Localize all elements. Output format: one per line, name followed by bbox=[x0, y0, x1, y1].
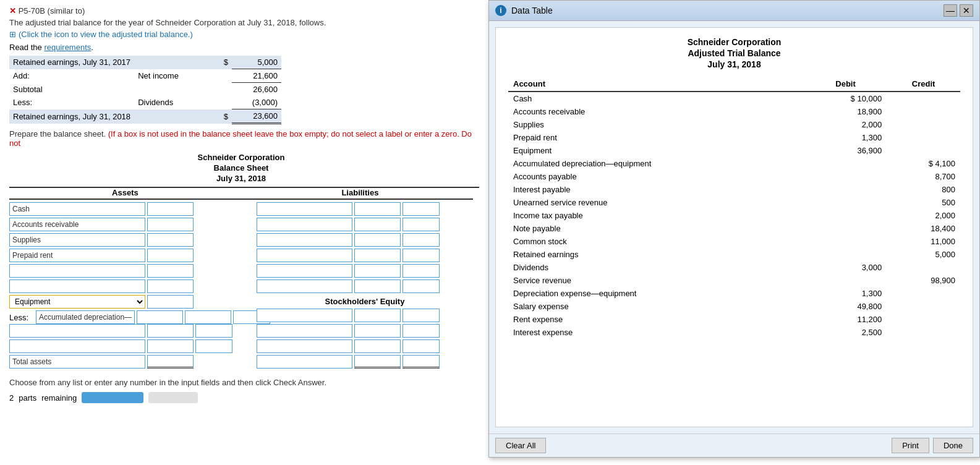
equipment-dropdown[interactable]: Equipment bbox=[9, 295, 145, 309]
blank1-amount[interactable] bbox=[147, 324, 194, 338]
blank1-label[interactable] bbox=[9, 324, 145, 338]
acc-dep-label-input[interactable] bbox=[36, 310, 135, 324]
liab-row6 bbox=[257, 279, 473, 293]
account-name-cell: Depreciation expense—equipment bbox=[508, 287, 804, 300]
debit-cell: 36,900 bbox=[804, 144, 887, 157]
done-button[interactable]: Done bbox=[933, 438, 973, 453]
prepaid-label-input[interactable] bbox=[9, 249, 145, 262]
liab6-amount2[interactable] bbox=[403, 279, 440, 293]
table-row: Rent expense11,200 bbox=[508, 313, 960, 326]
debit-cell bbox=[804, 157, 887, 170]
asset-row-ar bbox=[9, 218, 250, 231]
liab4-amount1[interactable] bbox=[354, 249, 401, 262]
blank2-amount[interactable] bbox=[147, 339, 194, 353]
liab4-label[interactable] bbox=[257, 249, 352, 262]
account-name-cell: Interest expense bbox=[508, 326, 804, 339]
close-button[interactable]: ✕ bbox=[960, 4, 973, 17]
equity-row3 bbox=[257, 339, 473, 353]
liab6-amount1[interactable] bbox=[354, 279, 401, 293]
equity1-amount1[interactable] bbox=[354, 309, 401, 322]
account-name-cell: Income tax payable bbox=[508, 209, 804, 222]
parts-number: 2 bbox=[9, 393, 14, 403]
liab1-amount2[interactable] bbox=[403, 202, 440, 216]
equipment-amount-input[interactable] bbox=[147, 295, 194, 309]
liab6-label[interactable] bbox=[257, 279, 352, 293]
parts-label: parts bbox=[19, 393, 36, 403]
equity2-amount2[interactable] bbox=[403, 324, 440, 338]
equity3-amount2[interactable] bbox=[403, 339, 440, 353]
liab5-label[interactable] bbox=[257, 264, 352, 278]
equity-row1 bbox=[257, 309, 473, 322]
cash-label-input[interactable] bbox=[9, 202, 145, 216]
equity2-amount1[interactable] bbox=[354, 324, 401, 338]
retained-end-label: Retained earnings, July 31, 2018 bbox=[9, 109, 134, 124]
credit-header: Credit bbox=[887, 77, 960, 92]
account-name-cell: Equipment bbox=[508, 144, 804, 157]
liabilities-header: Liabilities bbox=[247, 188, 473, 197]
debit-header: Debit bbox=[804, 77, 887, 92]
liab4-amount2[interactable] bbox=[403, 249, 440, 262]
acc-dep-amount1-input[interactable] bbox=[137, 310, 183, 324]
liab1-label[interactable] bbox=[257, 202, 352, 216]
empty1-amount-input[interactable] bbox=[147, 264, 194, 278]
table-row: Prepaid rent1,300 bbox=[508, 131, 960, 144]
minimize-button[interactable]: — bbox=[944, 4, 957, 17]
trial-balance-link[interactable]: ⊞ (Click the icon to view the adjusted t… bbox=[9, 30, 193, 39]
intro-text: The adjusted trial balance for the year … bbox=[9, 18, 473, 27]
liab5-amount1[interactable] bbox=[354, 264, 401, 278]
credit-cell bbox=[887, 131, 960, 144]
empty1-label-input[interactable] bbox=[9, 264, 145, 278]
empty2-label-input[interactable] bbox=[9, 279, 145, 293]
cash-amount-input[interactable] bbox=[147, 202, 194, 216]
table-row: Service revenue98,900 bbox=[508, 274, 960, 287]
table-row: Depreciation expense—equipment1,300 bbox=[508, 287, 960, 300]
table-row: Common stock11,000 bbox=[508, 235, 960, 248]
blank1-amount2[interactable] bbox=[195, 324, 232, 338]
retained-start-dollar: $ bbox=[182, 56, 232, 69]
equity1-label[interactable] bbox=[257, 309, 352, 322]
total-assets-amount[interactable] bbox=[147, 355, 194, 369]
liab5-amount2[interactable] bbox=[403, 264, 440, 278]
prepaid-amount-input[interactable] bbox=[147, 249, 194, 262]
liab3-amount1[interactable] bbox=[354, 233, 401, 247]
total-liab-label[interactable] bbox=[257, 355, 352, 369]
blank2-label[interactable] bbox=[9, 339, 145, 353]
liab2-label[interactable] bbox=[257, 218, 352, 231]
equipment-row: Equipment bbox=[9, 295, 250, 309]
print-button[interactable]: Print bbox=[892, 438, 929, 453]
bs-report-title: Balance Sheet bbox=[9, 163, 473, 173]
liab2-amount1[interactable] bbox=[354, 218, 401, 231]
debit-cell bbox=[804, 170, 887, 183]
requirements-link[interactable]: requirements bbox=[44, 43, 91, 52]
supplies-label-input[interactable] bbox=[9, 233, 145, 247]
equity3-label[interactable] bbox=[257, 339, 352, 353]
liab2-amount2[interactable] bbox=[403, 218, 440, 231]
retained-end-row: Retained earnings, July 31, 2018 $ 23,60… bbox=[9, 109, 281, 124]
total-liab-amount2[interactable] bbox=[403, 355, 440, 369]
ar-label-input[interactable] bbox=[9, 218, 145, 231]
table-row: Note payable18,400 bbox=[508, 222, 960, 235]
supplies-amount-input[interactable] bbox=[147, 233, 194, 247]
liab3-amount2[interactable] bbox=[403, 233, 440, 247]
credit-cell bbox=[887, 118, 960, 131]
ar-amount-input[interactable] bbox=[147, 218, 194, 231]
liab1-amount1[interactable] bbox=[354, 202, 401, 216]
read-requirements: Read the requirements. bbox=[9, 43, 473, 52]
clear-all-button[interactable]: Clear All bbox=[495, 438, 546, 453]
empty2-amount-input[interactable] bbox=[147, 279, 194, 293]
total-liab-amount1[interactable] bbox=[354, 355, 401, 369]
account-name-cell: Cash bbox=[508, 92, 804, 105]
debit-cell bbox=[804, 183, 887, 196]
liab3-label[interactable] bbox=[257, 233, 352, 247]
equity2-label[interactable] bbox=[257, 324, 352, 338]
liab-row2 bbox=[257, 218, 473, 231]
instruction-text: Prepare the balance sheet. (If a box is … bbox=[9, 129, 473, 148]
debit-cell: 11,200 bbox=[804, 313, 887, 326]
acc-dep-amount2-input[interactable] bbox=[185, 310, 231, 324]
blank2-amount2[interactable] bbox=[195, 339, 232, 353]
retained-start-label: Retained earnings, July 31, 2017 bbox=[9, 56, 134, 69]
equity1-amount2[interactable] bbox=[403, 309, 440, 322]
less-dep-row: Less: bbox=[9, 310, 250, 324]
total-assets-label[interactable] bbox=[9, 355, 145, 369]
equity3-amount1[interactable] bbox=[354, 339, 401, 353]
